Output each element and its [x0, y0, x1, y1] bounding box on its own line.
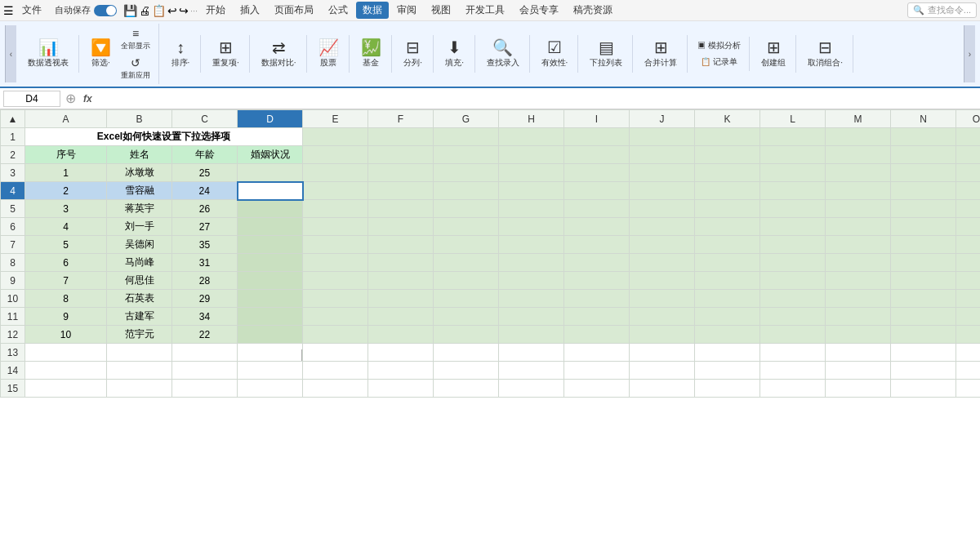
- cell-a13[interactable]: [25, 344, 107, 362]
- cell-n13[interactable]: [891, 344, 956, 362]
- cell-d7[interactable]: [238, 236, 303, 254]
- cell-n4[interactable]: [891, 182, 956, 200]
- cell-e6[interactable]: [303, 218, 368, 236]
- cell-h8[interactable]: [499, 254, 564, 272]
- cell-d5[interactable]: [238, 200, 303, 218]
- copy-icon[interactable]: 📋: [152, 4, 166, 17]
- cell-b2[interactable]: 姓名: [107, 146, 172, 164]
- cell-j1[interactable]: [630, 128, 695, 146]
- cell-j12[interactable]: [630, 326, 695, 344]
- cell-g4[interactable]: [434, 182, 499, 200]
- cell-f6[interactable]: [368, 218, 434, 236]
- cell-l12[interactable]: [760, 326, 826, 344]
- cell-a9[interactable]: 7: [25, 272, 107, 290]
- cell-k13[interactable]: [695, 344, 760, 362]
- cell-k14[interactable]: [695, 362, 760, 380]
- cell-m2[interactable]: [826, 146, 891, 164]
- cell-e13[interactable]: [303, 344, 368, 362]
- cell-k11[interactable]: [695, 308, 760, 326]
- cell-o8[interactable]: [956, 254, 981, 272]
- cell-b9[interactable]: 何思佳: [107, 272, 172, 290]
- formula-expand-icon[interactable]: ⊕: [60, 91, 80, 106]
- cell-h9[interactable]: [499, 272, 564, 290]
- cell-l2[interactable]: [760, 146, 826, 164]
- cell-i8[interactable]: [564, 254, 630, 272]
- cell-a1[interactable]: Excel如何快速设置下拉选择项: [25, 128, 303, 146]
- cell-o12[interactable]: [956, 326, 981, 344]
- cell-i7[interactable]: [564, 236, 630, 254]
- undo-icon[interactable]: ↩: [167, 4, 177, 17]
- cell-k9[interactable]: [695, 272, 760, 290]
- cell-h14[interactable]: [499, 362, 564, 380]
- cell-h12[interactable]: [499, 326, 564, 344]
- cell-a7[interactable]: 5: [25, 236, 107, 254]
- search-box[interactable]: 🔍 查找命令...: [907, 2, 977, 18]
- split-btn[interactable]: ⊟ 分列·: [399, 37, 428, 71]
- cell-l11[interactable]: [760, 308, 826, 326]
- cell-e2[interactable]: [303, 146, 368, 164]
- cell-l3[interactable]: [760, 164, 826, 182]
- cell-f13[interactable]: [368, 344, 434, 362]
- cell-n10[interactable]: [891, 290, 956, 308]
- cell-k15[interactable]: [695, 380, 760, 398]
- cell-b11[interactable]: 古建军: [107, 308, 172, 326]
- cell-h13[interactable]: [499, 344, 564, 362]
- cell-k3[interactable]: [695, 164, 760, 182]
- cell-a2[interactable]: 序号: [25, 146, 107, 164]
- cell-j5[interactable]: [630, 200, 695, 218]
- cell-d3[interactable]: [238, 164, 303, 182]
- cell-a3[interactable]: 1: [25, 164, 107, 182]
- cell-k10[interactable]: [695, 290, 760, 308]
- col-header-a[interactable]: A: [25, 110, 107, 128]
- cell-d6[interactable]: [238, 218, 303, 236]
- cell-g14[interactable]: [434, 362, 499, 380]
- menu-review[interactable]: 审阅: [390, 2, 423, 19]
- cell-c3[interactable]: 25: [172, 164, 238, 182]
- cell-f14[interactable]: [368, 362, 434, 380]
- collapse-right-btn[interactable]: ›: [964, 25, 975, 82]
- sort-btn[interactable]: ↕️ 排序·: [166, 37, 195, 71]
- cell-m5[interactable]: [826, 200, 891, 218]
- cell-n15[interactable]: [891, 380, 956, 398]
- formula-input[interactable]: [96, 91, 977, 107]
- cell-e8[interactable]: [303, 254, 368, 272]
- cell-c15[interactable]: [172, 380, 238, 398]
- cell-n9[interactable]: [891, 272, 956, 290]
- cell-g5[interactable]: [434, 200, 499, 218]
- cell-h10[interactable]: [499, 290, 564, 308]
- cell-a11[interactable]: 9: [25, 308, 107, 326]
- cell-o6[interactable]: [956, 218, 981, 236]
- cell-c2[interactable]: 年龄: [172, 146, 238, 164]
- cell-m10[interactable]: [826, 290, 891, 308]
- print-icon[interactable]: 🖨: [139, 4, 150, 17]
- cell-j9[interactable]: [630, 272, 695, 290]
- cell-i6[interactable]: [564, 218, 630, 236]
- collapse-left-btn[interactable]: ‹: [5, 25, 16, 82]
- duplicate-btn[interactable]: ⊞ 重复项·: [207, 37, 244, 71]
- cell-c5[interactable]: 26: [172, 200, 238, 218]
- cell-d8[interactable]: [238, 254, 303, 272]
- cell-h6[interactable]: [499, 218, 564, 236]
- reapply-btn[interactable]: ↺ 重新应用: [118, 55, 154, 82]
- validity-btn[interactable]: ☑ 有效性·: [537, 37, 573, 71]
- cell-n12[interactable]: [891, 326, 956, 344]
- cell-j2[interactable]: [630, 146, 695, 164]
- cell-i1[interactable]: [564, 128, 630, 146]
- cell-l13[interactable]: [760, 344, 826, 362]
- cell-l5[interactable]: [760, 200, 826, 218]
- cell-h1[interactable]: [499, 128, 564, 146]
- cell-l7[interactable]: [760, 236, 826, 254]
- col-header-g[interactable]: G: [434, 110, 499, 128]
- cell-n3[interactable]: [891, 164, 956, 182]
- cell-o11[interactable]: [956, 308, 981, 326]
- cell-i15[interactable]: [564, 380, 630, 398]
- col-header-e[interactable]: E: [303, 110, 368, 128]
- cell-m7[interactable]: [826, 236, 891, 254]
- cell-i4[interactable]: [564, 182, 630, 200]
- cell-j6[interactable]: [630, 218, 695, 236]
- cell-l9[interactable]: [760, 272, 826, 290]
- cell-reference-input[interactable]: D4: [3, 91, 60, 107]
- cell-e3[interactable]: [303, 164, 368, 182]
- pivot-table-btn[interactable]: 📊 数据透视表: [23, 37, 74, 71]
- menu-file[interactable]: 文件: [16, 2, 48, 19]
